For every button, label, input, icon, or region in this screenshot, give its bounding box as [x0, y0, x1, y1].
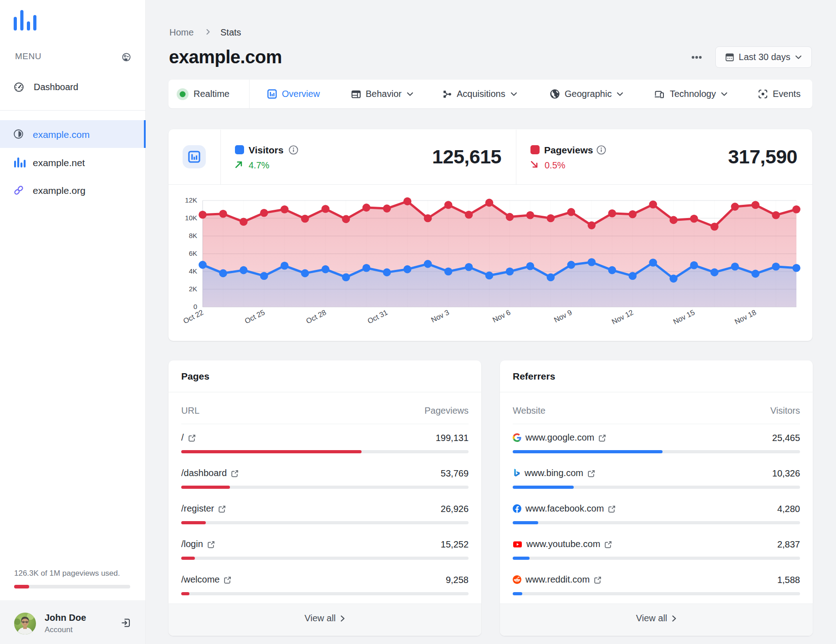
svg-text:Oct 22: Oct 22 [182, 308, 205, 325]
svg-text:2K: 2K [189, 285, 197, 293]
svg-text:Nov 6: Nov 6 [491, 308, 512, 324]
svg-text:8K: 8K [189, 232, 197, 239]
svg-text:4K: 4K [189, 267, 197, 275]
svg-text:Oct 31: Oct 31 [366, 308, 389, 325]
svg-text:Nov 18: Nov 18 [734, 308, 758, 325]
svg-text:10K: 10K [185, 214, 197, 222]
svg-text:Oct 25: Oct 25 [244, 308, 266, 325]
svg-text:Nov 3: Nov 3 [430, 308, 450, 324]
svg-text:Nov 15: Nov 15 [672, 308, 696, 325]
svg-text:Nov 12: Nov 12 [611, 308, 635, 325]
svg-text:12K: 12K [185, 196, 197, 204]
svg-text:6K: 6K [189, 249, 197, 257]
svg-text:Oct 28: Oct 28 [305, 308, 327, 325]
svg-text:0: 0 [194, 303, 197, 310]
svg-text:Nov 9: Nov 9 [553, 308, 573, 324]
